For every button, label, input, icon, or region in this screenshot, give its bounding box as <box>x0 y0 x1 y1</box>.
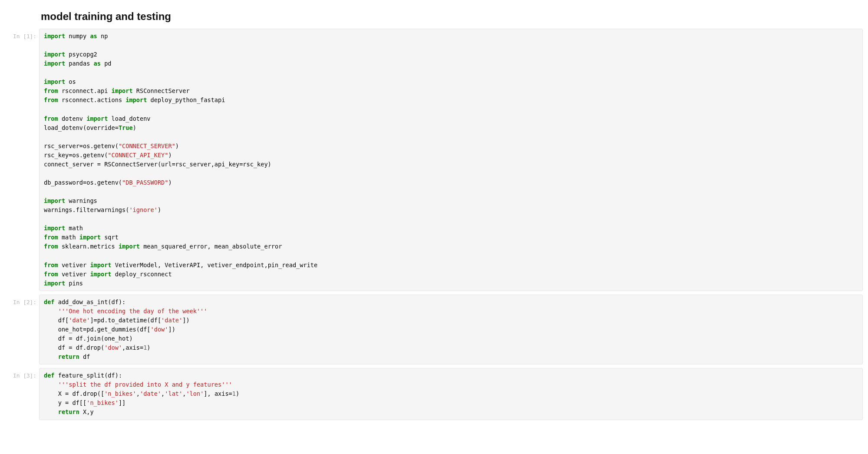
heading: model training and testing <box>41 10 863 23</box>
markdown-cell: model training and testing <box>41 10 863 23</box>
input-area-2[interactable]: def add_dow_as_int(df): '''One hot encod… <box>39 295 863 365</box>
code-cell-2[interactable]: In [2]: def add_dow_as_int(df): '''One h… <box>5 295 863 365</box>
code-block-1[interactable]: import numpy as np import psycopg2 impor… <box>44 32 858 288</box>
code-block-3[interactable]: def feature_split(df): '''split the df p… <box>44 371 858 417</box>
input-prompt-1: In [1]: <box>5 29 39 291</box>
input-prompt-3: In [3]: <box>5 368 39 420</box>
input-area-3[interactable]: def feature_split(df): '''split the df p… <box>39 368 863 420</box>
code-cell-3[interactable]: In [3]: def feature_split(df): '''split … <box>5 368 863 420</box>
code-cell-1[interactable]: In [1]: import numpy as np import psycop… <box>5 29 863 291</box>
input-prompt-2: In [2]: <box>5 295 39 365</box>
code-block-2[interactable]: def add_dow_as_int(df): '''One hot encod… <box>44 298 858 361</box>
input-area-1[interactable]: import numpy as np import psycopg2 impor… <box>39 29 863 291</box>
notebook: model training and testing In [1]: impor… <box>0 10 868 434</box>
